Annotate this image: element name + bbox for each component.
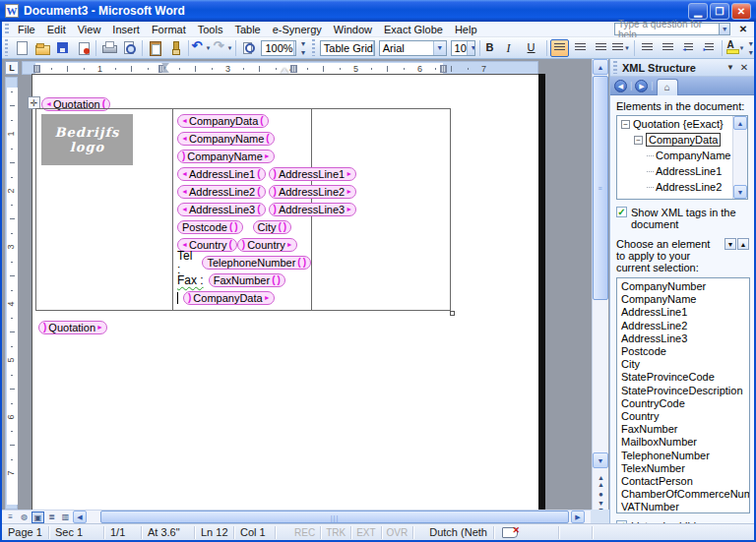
element-item-mailboxnumber[interactable]: MailboxNumber	[621, 436, 749, 449]
restore-button[interactable]: ❐	[710, 3, 729, 20]
numbering-button[interactable]	[638, 39, 657, 57]
document-row[interactable]: Fax :FaxNumber()	[177, 271, 311, 289]
new-document-button[interactable]	[12, 39, 31, 57]
task-pane-grip-handle[interactable]	[613, 61, 617, 75]
vertical-scroll-thumb[interactable]: ≡	[593, 76, 608, 300]
print-button[interactable]	[99, 39, 118, 57]
web-layout-view-button[interactable]: ◍	[18, 512, 31, 523]
xml-open-tag-addressline2[interactable]: ◄AddressLine2(	[177, 185, 266, 199]
xml-close-tag-companydata[interactable]: )CompanyData►	[183, 291, 275, 305]
element-item-countrycode[interactable]: CountryCode	[621, 397, 749, 410]
scroll-down-button[interactable]: ▼	[593, 452, 608, 468]
print-preview-button[interactable]	[120, 39, 139, 57]
status-mode-ovr[interactable]: OVR	[382, 526, 414, 539]
element-item-vatnumber[interactable]: VATNumber	[621, 501, 749, 513]
standard-toolbar-options-icon[interactable]: ▾▾	[300, 39, 306, 57]
table-cell-company-data[interactable]: ◄CompanyData(◄CompanyName()CompanyName►◄…	[173, 109, 312, 310]
minimize-button[interactable]: ▁	[688, 3, 708, 20]
paste-button[interactable]	[146, 39, 164, 57]
xml-tree-view[interactable]: −Quotation {eExact}−CompanyDataCompanyNa…	[616, 115, 748, 200]
xml-close-tag-quotation[interactable]: )Quotation►	[38, 321, 107, 334]
tree-item-companydata[interactable]: −CompanyData	[617, 132, 747, 148]
document-row[interactable]: ◄CompanyName(	[177, 130, 311, 148]
redo-dropdown-icon[interactable]: ▼	[227, 45, 233, 51]
align-left-button[interactable]	[550, 39, 569, 57]
normal-view-button[interactable]: ≡	[4, 512, 17, 523]
xml-empty-tag-city[interactable]: City()	[253, 220, 292, 234]
table-column-marker[interactable]	[440, 65, 447, 73]
menu-e-synergy[interactable]: e-Synergy	[267, 23, 328, 36]
xml-open-tag-companyname[interactable]: ◄CompanyName(	[177, 132, 275, 146]
save-button[interactable]	[53, 39, 72, 57]
table-resize-handle[interactable]	[450, 311, 455, 316]
outline-view-button[interactable]: ≣	[45, 512, 58, 523]
element-item-telexnumber[interactable]: TelexNumber	[621, 462, 749, 475]
font-size-combo[interactable]: 10 ▼	[451, 40, 475, 56]
undo-button[interactable]: ▼	[192, 39, 212, 57]
menu-window[interactable]: Window	[328, 23, 378, 36]
previous-page-button[interactable]: ▲▲	[593, 474, 609, 488]
element-list-box[interactable]: CompanyNumberCompanyNameAddressLine1Addr…	[616, 277, 750, 513]
document-row[interactable]: )CompanyName►	[177, 148, 311, 165]
document-row[interactable]: ◄CompanyData(	[177, 112, 311, 130]
xml-empty-tag-telephonenumber[interactable]: TelephoneNumber()	[202, 256, 311, 270]
document-close-button[interactable]: ✕	[736, 24, 750, 34]
xml-close-tag-country[interactable]: )Country►	[237, 238, 297, 252]
bullets-button[interactable]	[659, 39, 677, 57]
scroll-left-button[interactable]: ◀	[73, 511, 87, 523]
table-column-marker[interactable]	[290, 65, 297, 73]
tree-item-companyname[interactable]: CompanyName	[617, 148, 747, 163]
next-page-button[interactable]: ▼▼	[593, 500, 609, 510]
style-combo[interactable]: Table Grid ▼	[320, 40, 375, 56]
home-icon[interactable]: ⌂	[657, 79, 678, 95]
align-center-button[interactable]	[571, 39, 590, 57]
underline-button[interactable]	[525, 39, 543, 57]
document-row[interactable]: ◄AddressLine3()AddressLine3►	[177, 201, 311, 218]
line-spacing-button[interactable]: ▼	[612, 39, 631, 57]
scroll-up-button[interactable]: ▲	[593, 59, 608, 75]
xml-close-tag-companyname[interactable]: )CompanyName►	[177, 150, 275, 163]
tree-expander-icon[interactable]: −	[634, 136, 643, 145]
document-page[interactable]: ✛ ◄Quotation( Bedrijfs logo ◄CompanyData…	[32, 74, 538, 510]
element-item-faxnumber[interactable]: FaxNumber	[621, 423, 749, 436]
bold-button[interactable]	[483, 39, 502, 57]
xml-open-tag-addressline3[interactable]: ◄AddressLine3(	[177, 203, 266, 216]
menu-table[interactable]: Table	[228, 23, 266, 36]
horizontal-scrollbar[interactable]: ≡ ◍ ▣ ≣ ▥ ◀ ||| ▶	[2, 510, 591, 523]
vertical-ruler[interactable]: 1234567	[5, 77, 18, 510]
hanging-indent-marker[interactable]	[161, 68, 169, 73]
redo-button[interactable]: ▼	[214, 39, 233, 57]
align-right-button[interactable]	[592, 39, 610, 57]
select-browse-object-button[interactable]: ●	[593, 490, 609, 499]
status-mode-trk[interactable]: TRK	[321, 526, 351, 539]
element-item-addressline1[interactable]: AddressLine1	[621, 306, 749, 319]
task-pane-close-icon[interactable]: ✕	[737, 62, 751, 73]
xml-empty-tag-postcode[interactable]: Postcode()	[177, 220, 243, 234]
scroll-right-button[interactable]: ▶	[571, 511, 585, 523]
menu-edit[interactable]: Edit	[41, 23, 72, 36]
undo-dropdown-icon[interactable]: ▼	[206, 45, 212, 51]
document-row[interactable]: Postcode()City()	[177, 218, 311, 236]
xml-open-tag-companydata[interactable]: ◄CompanyData(	[177, 114, 269, 128]
document-row[interactable]: )CompanyData►	[177, 289, 311, 307]
tree-item-addressline1[interactable]: AddressLine1	[617, 163, 747, 179]
document-row[interactable]: ◄AddressLine1()AddressLine1►	[177, 165, 311, 183]
element-item-contactperson[interactable]: ContactPerson	[621, 475, 749, 488]
vertical-scrollbar[interactable]: ▲ ≡ ▼ ▲▲ ● ▼▼	[592, 59, 608, 510]
increase-indent-button[interactable]: ▸	[700, 39, 719, 57]
arrow-down-icon[interactable]: ▼	[724, 238, 736, 250]
font-color-dropdown-icon[interactable]: ▼	[739, 45, 745, 51]
element-item-stateprovincecode[interactable]: StateProvinceCode	[621, 371, 749, 384]
decrease-indent-button[interactable]: ◂	[679, 39, 698, 57]
element-item-country[interactable]: Country	[621, 410, 749, 423]
menu-file[interactable]: File	[12, 23, 41, 36]
tab-stop-selector[interactable]: L	[5, 61, 19, 75]
tree-item-addressline2[interactable]: AddressLine2	[617, 179, 747, 195]
document-row[interactable]: Tel :TelephoneNumber()	[177, 254, 311, 271]
element-item-stateprovincedescription[interactable]: StateProvinceDescription	[621, 385, 749, 397]
zoom-dropdown-icon[interactable]: ▼	[293, 41, 296, 55]
menu-tools[interactable]: Tools	[192, 23, 229, 36]
format-painter-button[interactable]	[166, 39, 185, 57]
back-icon[interactable]: ◀	[614, 80, 627, 92]
menu-exact-globe[interactable]: Exact Globe	[378, 23, 449, 36]
